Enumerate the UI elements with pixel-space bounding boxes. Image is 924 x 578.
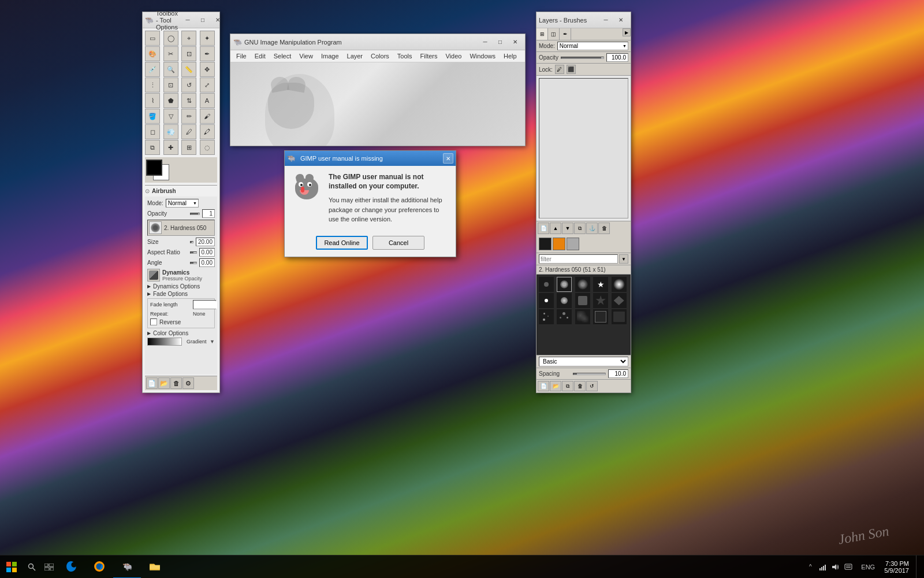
gimp-close[interactable]: ✕: [508, 36, 523, 48]
menu-file[interactable]: File: [233, 51, 250, 61]
tool-perspective-clone[interactable]: ⊞: [181, 140, 196, 155]
brush-cell-9[interactable]: [593, 293, 608, 308]
basic-dropdown[interactable]: Basic: [539, 357, 628, 366]
read-online-button[interactable]: Read Online: [316, 236, 368, 250]
brush-cell-8[interactable]: [575, 293, 590, 308]
tool-color-picker[interactable]: 💉: [145, 62, 160, 77]
cancel-button[interactable]: Cancel: [372, 236, 424, 250]
brush-cell-11[interactable]: [539, 309, 554, 324]
menu-layer[interactable]: Layer: [344, 51, 367, 61]
tb-pref[interactable]: ⚙: [182, 377, 194, 389]
toolbox-close[interactable]: ✕: [210, 14, 225, 26]
brush-duplicate[interactable]: ⧉: [562, 381, 573, 391]
tool-blur[interactable]: ◌: [200, 140, 215, 155]
brush-delete[interactable]: 🗑: [574, 381, 586, 391]
taskbar-clock[interactable]: 7:30 PM 5/9/2017: [880, 555, 914, 579]
tray-volume[interactable]: [830, 555, 841, 579]
size-value[interactable]: 20.00: [196, 238, 215, 246]
brush-cell-14[interactable]: [593, 309, 608, 324]
toolbox-maximize[interactable]: □: [195, 14, 210, 26]
tb-trash[interactable]: 🗑: [170, 377, 182, 389]
layers-titlebar[interactable]: Layers - Brushes ─ ✕: [536, 12, 631, 28]
tab-paths[interactable]: ✒: [560, 28, 571, 40]
menu-filters[interactable]: Filters: [417, 51, 441, 61]
menu-windows[interactable]: Windows: [466, 51, 499, 61]
layer-opacity-value[interactable]: 100.0: [606, 53, 628, 62]
layer-delete[interactable]: 🗑: [598, 223, 610, 234]
taskbar-app-files[interactable]: [141, 555, 169, 579]
fade-length-input[interactable]: ▲ ▼: [193, 300, 216, 309]
tool-shear[interactable]: ⌇: [145, 93, 160, 108]
foreground-color[interactable]: [146, 160, 162, 176]
tool-free-select[interactable]: ⌖: [181, 31, 196, 46]
taskbar-app-gimp[interactable]: 🐃: [113, 555, 141, 579]
tool-zoom[interactable]: 🔍: [163, 62, 178, 77]
tb-new[interactable]: 📄: [146, 377, 158, 389]
layer-raise[interactable]: ▲: [550, 223, 561, 234]
tool-crop[interactable]: ⊡: [163, 77, 178, 92]
tool-ink[interactable]: 🖊: [181, 124, 196, 139]
tool-by-color[interactable]: 🎨: [145, 46, 160, 61]
lock-position[interactable]: 🖊: [555, 65, 564, 74]
toolbox-minimize[interactable]: ─: [180, 14, 195, 26]
brush-cell-12[interactable]: [557, 309, 572, 324]
menu-view[interactable]: View: [296, 51, 316, 61]
angle-value[interactable]: 0.00: [199, 258, 215, 267]
dialog-close-button[interactable]: ✕: [443, 153, 453, 164]
brush-cell-6[interactable]: [539, 293, 554, 308]
brush-new[interactable]: 📄: [538, 381, 549, 391]
tray-network[interactable]: [817, 555, 829, 579]
gimp-minimize[interactable]: ─: [478, 36, 493, 48]
brush-cell-10[interactable]: [612, 293, 627, 308]
tool-rect-select[interactable]: ▭: [145, 31, 160, 46]
color-box-gray[interactable]: [567, 238, 579, 250]
dialog-titlebar[interactable]: 🐃 GIMP user manual is missing ✕: [285, 151, 456, 166]
layers-close[interactable]: ✕: [613, 14, 628, 26]
layer-opacity-slider[interactable]: [561, 57, 604, 59]
tool-flip[interactable]: ⇅: [181, 93, 196, 108]
tool-fuzzy-select[interactable]: ✦: [200, 31, 215, 46]
taskbar-app-firefox[interactable]: [85, 555, 113, 579]
tool-paths[interactable]: ✒: [200, 46, 215, 61]
brushes-filter-input[interactable]: [539, 254, 618, 264]
start-button[interactable]: [0, 555, 23, 579]
tool-foreground[interactable]: ⊡: [181, 46, 196, 61]
tool-eraser[interactable]: ◻: [145, 124, 160, 139]
toolbox-titlebar[interactable]: 🐃 Toolbox - Tool Options ─ □ ✕: [143, 12, 219, 28]
gimp-maximize[interactable]: □: [493, 36, 508, 48]
color-box-black[interactable]: [539, 238, 552, 250]
brush-cell-4[interactable]: ★: [593, 277, 608, 292]
brush-cell-7[interactable]: [557, 293, 572, 308]
tool-scale[interactable]: ⤢: [200, 77, 215, 92]
tool-mypaints[interactable]: 🖍: [200, 124, 215, 139]
brush-cell-13[interactable]: [575, 309, 590, 324]
menu-tools[interactable]: Tools: [394, 51, 416, 61]
tool-text[interactable]: A: [200, 93, 215, 108]
tool-align[interactable]: ⋮: [145, 77, 160, 92]
tool-blend[interactable]: ▽: [163, 109, 178, 124]
size-slider[interactable]: [190, 241, 193, 243]
tool-ellipse-select[interactable]: ◯: [163, 31, 178, 46]
tool-rotate[interactable]: ↺: [181, 77, 196, 92]
layer-mode-select[interactable]: Normal ▼: [557, 42, 628, 50]
aspect-ratio-value[interactable]: 0.00: [199, 248, 215, 257]
menu-video[interactable]: Video: [442, 51, 465, 61]
brush-open[interactable]: 📂: [550, 381, 561, 391]
tab-channels[interactable]: ◫: [548, 28, 560, 40]
tb-open[interactable]: 📂: [158, 377, 170, 389]
tool-clone[interactable]: ⧉: [145, 140, 160, 155]
filter-dropdown[interactable]: ▼: [619, 254, 628, 264]
layer-lower[interactable]: ▼: [562, 223, 573, 234]
opacity-value[interactable]: 1: [202, 209, 215, 218]
tool-paintbrush[interactable]: 🖌: [200, 109, 215, 124]
menu-help[interactable]: Help: [500, 51, 520, 61]
brush-cell-2[interactable]: [557, 277, 572, 292]
menu-image[interactable]: Image: [318, 51, 342, 61]
show-desktop-button[interactable]: [916, 555, 919, 579]
brush-refresh[interactable]: ↺: [586, 381, 598, 391]
tray-expand[interactable]: ^: [804, 555, 816, 579]
tool-perspective[interactable]: ⬟: [163, 93, 178, 108]
dynamics-options-header[interactable]: ▶ Dynamics Options: [147, 283, 215, 290]
brush-cell-5[interactable]: [612, 277, 627, 292]
tool-scissors[interactable]: ✂: [163, 46, 178, 61]
